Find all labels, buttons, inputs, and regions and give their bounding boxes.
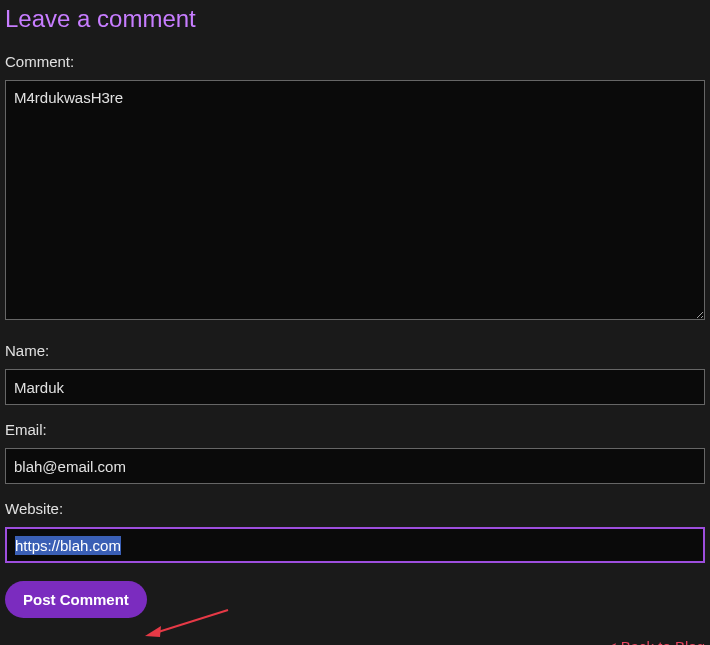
- svg-line-0: [155, 610, 228, 633]
- name-label: Name:: [5, 342, 705, 359]
- post-comment-button[interactable]: Post Comment: [5, 581, 147, 618]
- website-input-value: https://blah.com: [15, 536, 121, 555]
- email-label: Email:: [5, 421, 705, 438]
- svg-marker-1: [145, 626, 161, 637]
- website-input[interactable]: https://blah.com: [5, 527, 705, 563]
- page-title: Leave a comment: [5, 5, 705, 33]
- back-to-blog-link[interactable]: < Back to Blog: [5, 638, 705, 645]
- name-input[interactable]: [5, 369, 705, 405]
- website-label: Website:: [5, 500, 705, 517]
- email-input[interactable]: [5, 448, 705, 484]
- comment-label: Comment:: [5, 53, 705, 70]
- comment-textarea[interactable]: M4rdukwasH3re: [5, 80, 705, 320]
